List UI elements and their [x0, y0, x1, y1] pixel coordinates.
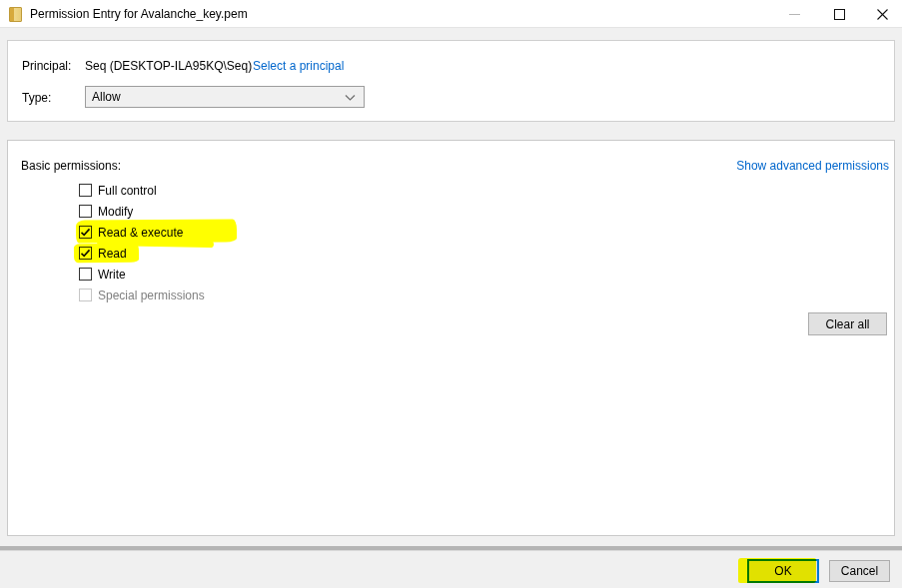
permission-label: Read & execute: [98, 226, 183, 240]
permission-checkbox[interactable]: [79, 268, 92, 281]
permissions-list: Full control Modify Read & execute Read: [79, 180, 379, 305]
ok-label: OK: [774, 564, 791, 578]
ok-button[interactable]: OK: [747, 559, 819, 583]
permission-label: Write: [98, 268, 126, 282]
close-button[interactable]: [863, 0, 902, 28]
permission-checkbox[interactable]: [79, 247, 92, 260]
basic-permissions-heading: Basic permissions:: [21, 159, 121, 173]
permission-label: Modify: [98, 205, 133, 219]
permission-row: Write: [79, 264, 379, 285]
permission-entry-dialog: { "window": { "title": "Permission Entry…: [0, 0, 902, 588]
permission-label: Full control: [98, 184, 157, 198]
permission-label: Read: [98, 247, 127, 261]
permission-row: Read: [79, 243, 379, 264]
cancel-button[interactable]: Cancel: [829, 560, 890, 582]
clear-all-button[interactable]: Clear all: [808, 312, 887, 335]
footer-divider: [0, 546, 902, 551]
type-dropdown[interactable]: Allow: [85, 86, 365, 108]
window-icon: [9, 7, 22, 22]
permission-checkbox[interactable]: [79, 205, 92, 218]
type-label: Type:: [22, 91, 51, 105]
principal-value: Seq (DESKTOP-ILA95KQ\Seq): [85, 59, 252, 73]
select-principal-link[interactable]: Select a principal: [253, 59, 344, 73]
principal-groupbox: [7, 40, 895, 122]
permission-checkbox[interactable]: [79, 184, 92, 197]
permission-checkbox[interactable]: [79, 289, 92, 301]
permission-row: Modify: [79, 201, 379, 222]
titlebar: Permission Entry for Avalanche_key.pem: [0, 0, 902, 28]
clear-all-label: Clear all: [825, 317, 869, 331]
type-dropdown-value: Allow: [92, 90, 121, 104]
maximize-button[interactable]: [819, 0, 859, 28]
minimize-button: [774, 0, 814, 28]
minimize-icon: [789, 14, 800, 15]
cancel-label: Cancel: [841, 564, 878, 578]
maximize-icon: [834, 9, 845, 20]
permission-checkbox[interactable]: [79, 226, 92, 239]
chevron-down-icon: [345, 94, 356, 102]
checkmark-icon: [80, 248, 91, 259]
window-title: Permission Entry for Avalanche_key.pem: [30, 7, 248, 21]
permission-row: Read & execute: [79, 222, 379, 243]
principal-label: Principal:: [22, 59, 71, 73]
permission-row: Special permissions: [79, 285, 379, 305]
show-advanced-permissions-link[interactable]: Show advanced permissions: [736, 159, 889, 173]
checkmark-icon: [80, 227, 91, 238]
permission-row: Full control: [79, 180, 379, 201]
close-icon: [876, 8, 889, 21]
permission-label: Special permissions: [98, 289, 205, 302]
